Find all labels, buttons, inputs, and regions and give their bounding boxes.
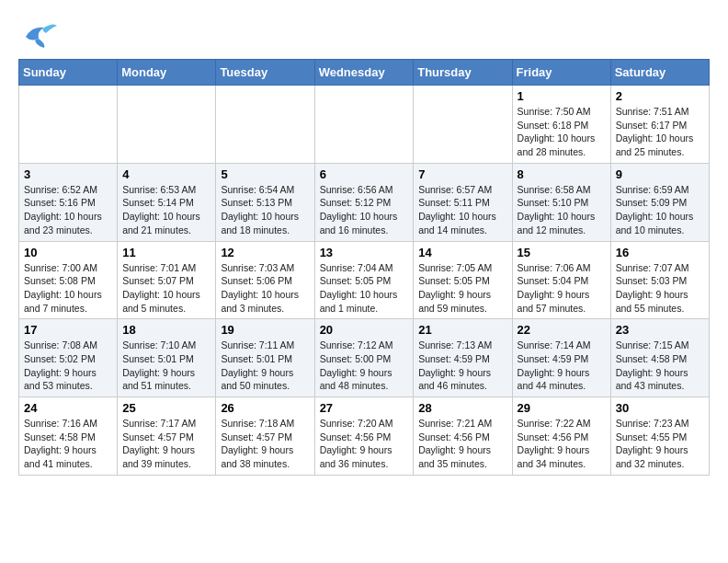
day-info: Sunrise: 7:08 AM Sunset: 5:02 PM Dayligh…: [24, 339, 112, 393]
calendar-cell: 22Sunrise: 7:14 AM Sunset: 4:59 PM Dayli…: [512, 319, 610, 397]
calendar-cell: [19, 86, 118, 164]
calendar-cell: 12Sunrise: 7:03 AM Sunset: 5:06 PM Dayli…: [216, 241, 314, 319]
day-number: 10: [24, 246, 112, 259]
day-number: 20: [320, 323, 409, 337]
calendar-cell: 15Sunrise: 7:06 AM Sunset: 5:04 PM Dayli…: [512, 241, 610, 319]
day-number: 9: [616, 167, 704, 181]
day-info: Sunrise: 7:10 AM Sunset: 5:01 PM Dayligh…: [122, 339, 210, 393]
calendar-cell: [314, 86, 414, 164]
day-number: 11: [122, 246, 210, 259]
day-number: 21: [418, 323, 506, 337]
calendar-cell: 26Sunrise: 7:18 AM Sunset: 4:57 PM Dayli…: [216, 397, 314, 476]
day-info: Sunrise: 7:13 AM Sunset: 4:59 PM Dayligh…: [418, 339, 506, 393]
calendar-cell: 30Sunrise: 7:23 AM Sunset: 4:55 PM Dayli…: [610, 397, 709, 476]
day-info: Sunrise: 7:04 AM Sunset: 5:05 PM Dayligh…: [320, 261, 409, 316]
calendar-cell: 2Sunrise: 7:51 AM Sunset: 6:17 PM Daylig…: [610, 86, 709, 164]
calendar-cell: 5Sunrise: 6:54 AM Sunset: 5:13 PM Daylig…: [216, 163, 314, 241]
weekday-header: Wednesday: [314, 60, 414, 86]
calendar-cell: 6Sunrise: 6:56 AM Sunset: 5:12 PM Daylig…: [314, 163, 414, 241]
day-info: Sunrise: 7:17 AM Sunset: 4:57 PM Dayligh…: [122, 417, 210, 471]
day-info: Sunrise: 7:12 AM Sunset: 5:00 PM Dayligh…: [320, 339, 409, 393]
day-info: Sunrise: 7:06 AM Sunset: 5:04 PM Dayligh…: [518, 261, 606, 316]
bird-icon: [18, 18, 59, 50]
calendar-cell: 29Sunrise: 7:22 AM Sunset: 4:56 PM Dayli…: [512, 397, 610, 476]
day-number: 13: [320, 246, 409, 259]
day-info: Sunrise: 6:52 AM Sunset: 5:16 PM Dayligh…: [24, 183, 112, 237]
day-info: Sunrise: 7:01 AM Sunset: 5:07 PM Dayligh…: [122, 261, 210, 316]
page-header: [18, 18, 710, 50]
day-info: Sunrise: 7:23 AM Sunset: 4:55 PM Dayligh…: [616, 417, 704, 471]
day-info: Sunrise: 7:14 AM Sunset: 4:59 PM Dayligh…: [518, 339, 606, 393]
calendar-cell: 21Sunrise: 7:13 AM Sunset: 4:59 PM Dayli…: [414, 319, 512, 397]
calendar-cell: 10Sunrise: 7:00 AM Sunset: 5:08 PM Dayli…: [19, 241, 118, 319]
day-number: 18: [122, 323, 210, 337]
day-number: 2: [616, 89, 704, 103]
calendar-cell: 16Sunrise: 7:07 AM Sunset: 5:03 PM Dayli…: [610, 241, 709, 319]
day-number: 4: [122, 167, 210, 181]
day-number: 14: [418, 246, 506, 259]
weekday-header: Monday: [118, 60, 216, 86]
day-number: 1: [518, 89, 606, 103]
day-info: Sunrise: 6:58 AM Sunset: 5:10 PM Dayligh…: [518, 183, 606, 237]
day-info: Sunrise: 7:50 AM Sunset: 6:18 PM Dayligh…: [518, 105, 606, 159]
day-number: 12: [221, 246, 309, 259]
logo: [18, 18, 59, 50]
calendar-cell: 20Sunrise: 7:12 AM Sunset: 5:00 PM Dayli…: [314, 319, 414, 397]
calendar-cell: [216, 86, 314, 164]
day-number: 22: [518, 323, 606, 337]
day-number: 29: [518, 401, 606, 415]
day-number: 6: [320, 167, 409, 181]
weekday-header: Friday: [512, 60, 610, 86]
calendar-cell: 8Sunrise: 6:58 AM Sunset: 5:10 PM Daylig…: [512, 163, 610, 241]
day-number: 3: [24, 167, 112, 181]
day-number: 25: [122, 401, 210, 415]
calendar-cell: 19Sunrise: 7:11 AM Sunset: 5:01 PM Dayli…: [216, 319, 314, 397]
day-number: 28: [418, 401, 506, 415]
calendar-cell: 28Sunrise: 7:21 AM Sunset: 4:56 PM Dayli…: [414, 397, 512, 476]
day-number: 23: [616, 323, 704, 337]
day-number: 24: [24, 401, 112, 415]
day-info: Sunrise: 6:59 AM Sunset: 5:09 PM Dayligh…: [616, 183, 704, 237]
calendar-cell: [118, 86, 216, 164]
calendar-cell: 23Sunrise: 7:15 AM Sunset: 4:58 PM Dayli…: [610, 319, 709, 397]
calendar-cell: 11Sunrise: 7:01 AM Sunset: 5:07 PM Dayli…: [118, 241, 216, 319]
weekday-header: Tuesday: [216, 60, 314, 86]
day-info: Sunrise: 7:18 AM Sunset: 4:57 PM Dayligh…: [221, 417, 309, 471]
day-number: 26: [221, 401, 309, 415]
calendar-cell: 1Sunrise: 7:50 AM Sunset: 6:18 PM Daylig…: [512, 86, 610, 164]
day-number: 17: [24, 323, 112, 337]
day-info: Sunrise: 7:00 AM Sunset: 5:08 PM Dayligh…: [24, 261, 112, 316]
day-number: 7: [418, 167, 506, 181]
calendar-cell: 14Sunrise: 7:05 AM Sunset: 5:05 PM Dayli…: [414, 241, 512, 319]
calendar-cell: 7Sunrise: 6:57 AM Sunset: 5:11 PM Daylig…: [414, 163, 512, 241]
day-number: 27: [320, 401, 409, 415]
day-number: 19: [221, 323, 309, 337]
day-number: 30: [616, 401, 704, 415]
day-info: Sunrise: 7:22 AM Sunset: 4:56 PM Dayligh…: [518, 417, 606, 471]
day-info: Sunrise: 7:05 AM Sunset: 5:05 PM Dayligh…: [418, 261, 506, 316]
calendar-cell: 13Sunrise: 7:04 AM Sunset: 5:05 PM Dayli…: [314, 241, 414, 319]
day-info: Sunrise: 6:57 AM Sunset: 5:11 PM Dayligh…: [418, 183, 506, 237]
weekday-header: Thursday: [414, 60, 512, 86]
day-info: Sunrise: 7:11 AM Sunset: 5:01 PM Dayligh…: [221, 339, 309, 393]
day-info: Sunrise: 7:07 AM Sunset: 5:03 PM Dayligh…: [616, 261, 704, 316]
calendar-cell: 25Sunrise: 7:17 AM Sunset: 4:57 PM Dayli…: [118, 397, 216, 476]
day-info: Sunrise: 7:51 AM Sunset: 6:17 PM Dayligh…: [616, 105, 704, 159]
day-info: Sunrise: 7:15 AM Sunset: 4:58 PM Dayligh…: [616, 339, 704, 393]
calendar-cell: 4Sunrise: 6:53 AM Sunset: 5:14 PM Daylig…: [118, 163, 216, 241]
calendar-cell: 3Sunrise: 6:52 AM Sunset: 5:16 PM Daylig…: [19, 163, 118, 241]
day-info: Sunrise: 7:20 AM Sunset: 4:56 PM Dayligh…: [320, 417, 409, 471]
calendar-cell: 27Sunrise: 7:20 AM Sunset: 4:56 PM Dayli…: [314, 397, 414, 476]
day-info: Sunrise: 6:54 AM Sunset: 5:13 PM Dayligh…: [221, 183, 309, 237]
calendar-cell: 9Sunrise: 6:59 AM Sunset: 5:09 PM Daylig…: [610, 163, 709, 241]
day-number: 5: [221, 167, 309, 181]
calendar-cell: [414, 86, 512, 164]
weekday-header: Saturday: [610, 60, 709, 86]
calendar-table: SundayMondayTuesdayWednesdayThursdayFrid…: [18, 59, 710, 476]
day-info: Sunrise: 7:03 AM Sunset: 5:06 PM Dayligh…: [221, 261, 309, 316]
day-number: 15: [518, 246, 606, 259]
calendar-cell: 24Sunrise: 7:16 AM Sunset: 4:58 PM Dayli…: [19, 397, 118, 476]
day-info: Sunrise: 7:16 AM Sunset: 4:58 PM Dayligh…: [24, 417, 112, 471]
day-info: Sunrise: 6:56 AM Sunset: 5:12 PM Dayligh…: [320, 183, 409, 237]
day-number: 16: [616, 246, 704, 259]
